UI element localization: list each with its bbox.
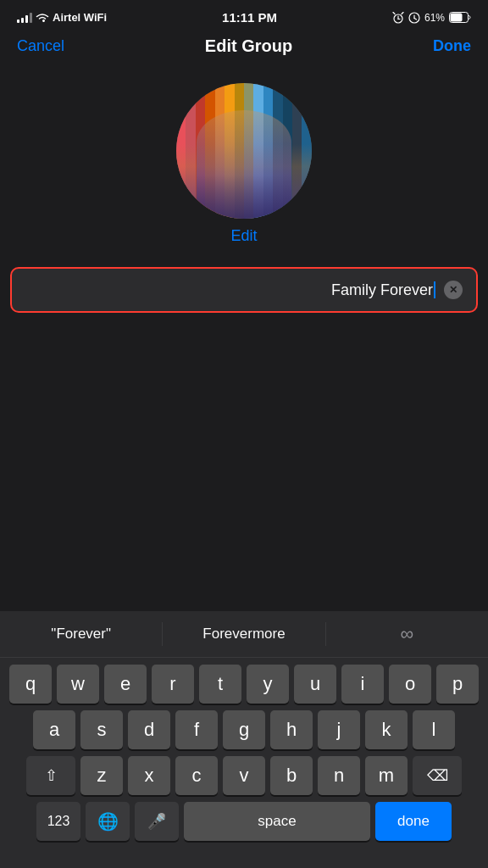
key-b[interactable]: b	[270, 756, 313, 795]
key-row-1: q w e r t y u i o p	[3, 665, 485, 704]
autocomplete-bar: "Forever" Forevermore ∞	[0, 611, 488, 658]
signal-icon	[17, 13, 32, 23]
edit-avatar-button[interactable]: Edit	[230, 227, 257, 245]
keyboard: "Forever" Forevermore ∞ q w e r t y u i …	[0, 611, 488, 868]
key-s[interactable]: s	[80, 710, 123, 749]
key-y[interactable]: y	[247, 665, 289, 704]
cancel-button[interactable]: Cancel	[17, 37, 64, 55]
status-bar: Airtel WiFi 11:11 PM 61%	[0, 0, 488, 30]
battery-icon	[449, 12, 471, 23]
text-cursor	[434, 281, 435, 298]
clear-input-button[interactable]	[444, 281, 463, 299]
done-button[interactable]: Done	[433, 37, 471, 55]
globe-key[interactable]: 🌐	[86, 802, 130, 841]
space-key[interactable]: space	[184, 802, 370, 841]
alarm-icon	[392, 12, 404, 24]
key-o[interactable]: o	[389, 665, 431, 704]
carrier-wifi: Airtel WiFi	[17, 11, 107, 24]
number-key[interactable]: 123	[36, 802, 80, 841]
key-m[interactable]: m	[365, 756, 408, 795]
svg-line-3	[393, 12, 395, 14]
wifi-icon	[36, 13, 49, 23]
status-time: 11:11 PM	[222, 10, 277, 25]
key-d[interactable]: d	[128, 710, 170, 749]
key-x[interactable]: x	[128, 756, 170, 795]
clock-icon	[408, 12, 420, 24]
key-j[interactable]: j	[318, 710, 360, 749]
key-f[interactable]: f	[175, 710, 218, 749]
key-c[interactable]: c	[175, 756, 218, 795]
delete-key[interactable]: ⌫	[413, 756, 462, 795]
key-k[interactable]: k	[365, 710, 408, 749]
key-row-2: a s d f g h j k l	[3, 710, 485, 749]
autocomplete-item-3[interactable]: ∞	[326, 620, 488, 648]
avatar[interactable]	[176, 83, 312, 219]
autocomplete-item-2[interactable]: Forevermore	[163, 622, 325, 646]
battery-percent: 61%	[424, 12, 445, 24]
key-t[interactable]: t	[199, 665, 241, 704]
key-e[interactable]: e	[104, 665, 147, 704]
key-z[interactable]: z	[80, 756, 123, 795]
key-i[interactable]: i	[341, 665, 384, 704]
key-g[interactable]: g	[223, 710, 265, 749]
key-l[interactable]: l	[413, 710, 455, 749]
key-n[interactable]: n	[318, 756, 360, 795]
key-h[interactable]: h	[270, 710, 313, 749]
group-name-input-container: Family Forever	[10, 267, 478, 313]
key-row-4: 123 🌐 🎤 space done	[3, 802, 485, 841]
svg-line-4	[402, 12, 403, 14]
autocomplete-item-1[interactable]: "Forever"	[0, 622, 163, 646]
shift-key[interactable]: ⇧	[26, 756, 75, 795]
key-r[interactable]: r	[152, 665, 194, 704]
key-v[interactable]: v	[223, 756, 265, 795]
key-a[interactable]: a	[33, 710, 75, 749]
key-q[interactable]: q	[9, 665, 52, 704]
key-p[interactable]: p	[436, 665, 479, 704]
key-u[interactable]: u	[294, 665, 336, 704]
status-right: 61%	[392, 12, 471, 24]
keys-area: q w e r t y u i o p a s d f g h j k l ⇧ …	[0, 658, 488, 851]
svg-line-7	[414, 18, 417, 19]
bottom-home-indicator	[0, 851, 488, 868]
mic-key[interactable]: 🎤	[135, 802, 179, 841]
input-text: Family Forever	[331, 281, 433, 299]
done-keyboard-key[interactable]: done	[375, 802, 452, 841]
svg-rect-9	[451, 14, 463, 22]
avatar-section: Edit	[0, 66, 488, 253]
page-title: Edit Group	[205, 36, 292, 56]
avatar-person-silhouette	[197, 110, 291, 219]
key-w[interactable]: w	[57, 665, 99, 704]
key-row-3: ⇧ z x c v b n m ⌫	[3, 756, 485, 795]
group-name-input[interactable]	[25, 281, 323, 299]
nav-bar: Cancel Edit Group Done	[0, 30, 488, 66]
